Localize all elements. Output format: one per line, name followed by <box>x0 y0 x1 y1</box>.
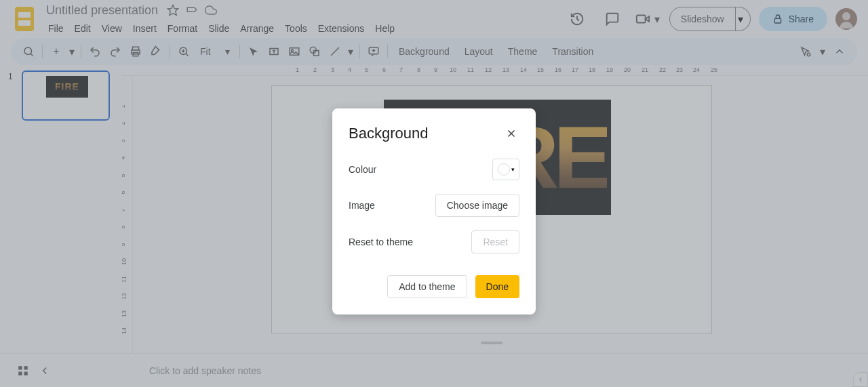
colour-picker-button[interactable]: ▾ <box>492 159 519 180</box>
dialog-title: Background <box>349 125 428 142</box>
chevron-down-icon: ▾ <box>511 166 515 173</box>
close-button[interactable] <box>503 125 519 142</box>
colour-swatch <box>498 163 510 176</box>
done-button[interactable]: Done <box>475 275 519 298</box>
colour-label: Colour <box>349 164 376 175</box>
dialog-header: Background <box>349 125 519 142</box>
background-dialog: Background Colour ▾ Image Choose image R… <box>332 108 536 314</box>
dialog-footer: Add to theme Done <box>349 275 519 298</box>
colour-row: Colour ▾ <box>349 159 519 180</box>
reset-button: Reset <box>471 230 519 253</box>
reset-row: Reset to theme Reset <box>349 230 519 253</box>
add-to-theme-button[interactable]: Add to theme <box>387 275 467 298</box>
close-icon <box>505 127 517 140</box>
image-row: Image Choose image <box>349 194 519 217</box>
choose-image-button[interactable]: Choose image <box>435 194 519 217</box>
reset-label: Reset to theme <box>349 237 413 247</box>
image-label: Image <box>349 200 375 211</box>
